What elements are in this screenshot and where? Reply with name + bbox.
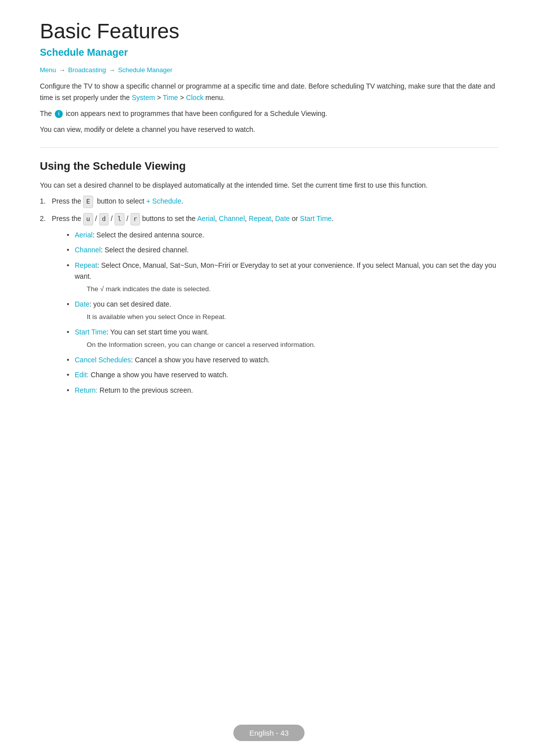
step1-text-mid: button to select xyxy=(93,197,146,205)
step2-link-aerial: Aerial xyxy=(197,215,215,222)
page-title: Basic Features xyxy=(40,20,498,43)
bullet-cancel: Cancel Schedules: Cancel a show you have… xyxy=(67,354,498,365)
bullet-return: Return: Return to the previous screen. xyxy=(67,385,498,396)
para1-link-clock: Clock xyxy=(186,94,203,102)
bullet-edit-text: Change a show you have reserved to watch… xyxy=(89,371,228,379)
section1-para3: You can view, modify or delete a channel… xyxy=(40,124,498,135)
breadcrumb-menu: Menu xyxy=(40,66,56,74)
step1-text-start: Press the xyxy=(52,197,83,205)
bullet-date-subnote: It is available when you select Once in … xyxy=(75,312,498,323)
bullet-starttime: Start Time: You can set start time you w… xyxy=(67,326,498,350)
footer-text: English - 43 xyxy=(249,729,288,737)
footer-bar: English - 43 xyxy=(233,725,304,741)
bullet-aerial: Aerial: Select the desired antenna sourc… xyxy=(67,229,498,240)
bullet-channel-text: : Select the desired channel. xyxy=(101,246,189,254)
bullet-return-link: Return: xyxy=(75,386,98,394)
step2-key-u: u xyxy=(83,213,93,225)
bullet-repeat-text: : Select Once, Manual, Sat~Sun, Mon~Frir… xyxy=(75,261,496,280)
section1-para2: The icon appears next to programmes that… xyxy=(40,108,498,119)
step1-text-end: . xyxy=(181,197,183,205)
para1-sep1: > xyxy=(155,94,163,102)
bullet-repeat-link: Repeat xyxy=(75,261,97,269)
step2-link-repeat: Repeat xyxy=(249,215,271,222)
section2-heading: Using the Schedule Viewing xyxy=(40,160,498,173)
step2-or: or xyxy=(290,215,300,222)
para1-link-time: Time xyxy=(163,94,178,102)
page-container: Basic Features Schedule Manager Menu → B… xyxy=(0,0,538,450)
bullet-channel: Channel: Select the desired channel. xyxy=(67,244,498,255)
breadcrumb-arrow-1: → xyxy=(59,66,67,74)
step2-num: 2. xyxy=(40,213,46,224)
bullet-list: Aerial: Select the desired antenna sourc… xyxy=(52,229,498,396)
section-divider xyxy=(40,147,498,148)
step2-text-mid: buttons to set the xyxy=(140,215,197,222)
para1-end: menu. xyxy=(203,94,225,102)
bullet-starttime-link: Start Time xyxy=(75,328,107,336)
bullet-starttime-text: : You can set start time you want. xyxy=(107,328,209,336)
bullet-cancel-text: : Cancel a show you have reserved to wat… xyxy=(131,356,270,364)
bullet-return-text: Return to the previous screen. xyxy=(98,386,193,394)
bullet-edit: Edit: Change a show you have reserved to… xyxy=(67,369,498,380)
step1-key-e: E xyxy=(83,196,93,208)
step2-key-d: d xyxy=(99,213,109,225)
breadcrumb-arrow-2: → xyxy=(109,66,117,74)
para2-text-end: icon appears next to programmes that hav… xyxy=(64,109,327,117)
steps-list: 1. Press the E button to select + Schedu… xyxy=(40,196,498,396)
bullet-date: Date: you can set desired date. It is av… xyxy=(67,299,498,323)
bullet-repeat: Repeat: Select Once, Manual, Sat~Sun, Mo… xyxy=(67,260,498,295)
step2-text-start: Press the xyxy=(52,215,83,222)
step2-sep3: / xyxy=(125,215,131,222)
breadcrumb-schedule-manager: Schedule Manager xyxy=(118,66,172,74)
section1-para1: Configure the TV to show a specific chan… xyxy=(40,81,498,103)
bullet-aerial-link: Aerial xyxy=(75,231,93,239)
step1-link-schedule: + Schedule xyxy=(146,197,181,205)
bullet-cancel-link: Cancel Schedules xyxy=(75,356,131,364)
step2-link-starttime: Start Time xyxy=(300,215,332,222)
schedule-icon xyxy=(55,110,63,118)
step2-sep2: / xyxy=(109,215,115,222)
para1-sep2: > xyxy=(178,94,186,102)
para1-text-start: Configure the TV to show a specific chan… xyxy=(40,82,495,101)
step2-key-l: l xyxy=(115,213,125,225)
bullet-repeat-subnote: The √ mark indicates the date is selecte… xyxy=(75,284,498,295)
step2-link-date: Date xyxy=(275,215,290,222)
step1-num: 1. xyxy=(40,196,46,207)
step2-link-channel: Channel xyxy=(219,215,245,222)
section2-intro: You can set a desired channel to be disp… xyxy=(40,180,498,191)
bullet-aerial-text: : Select the desired antenna source. xyxy=(93,231,204,239)
step-2: 2. Press the u / d / l / r buttons to se… xyxy=(40,213,498,396)
breadcrumb-broadcasting: Broadcasting xyxy=(68,66,106,74)
step-1: 1. Press the E button to select + Schedu… xyxy=(40,196,498,208)
section1-heading: Schedule Manager xyxy=(40,47,498,58)
step2-key-r: r xyxy=(131,213,140,225)
bullet-edit-link: Edit: xyxy=(75,371,89,379)
bullet-date-link: Date xyxy=(75,300,90,308)
step2-sep1: / xyxy=(93,215,99,222)
bullet-channel-link: Channel xyxy=(75,246,101,254)
breadcrumb: Menu → Broadcasting → Schedule Manager xyxy=(40,66,498,74)
step2-text-end: . xyxy=(332,215,334,222)
bullet-starttime-subnote: On the Information screen, you can chang… xyxy=(75,339,498,350)
bullet-date-text: : you can set desired date. xyxy=(90,300,171,308)
para2-text-start: The xyxy=(40,109,54,117)
para1-link-system: System xyxy=(132,94,155,102)
